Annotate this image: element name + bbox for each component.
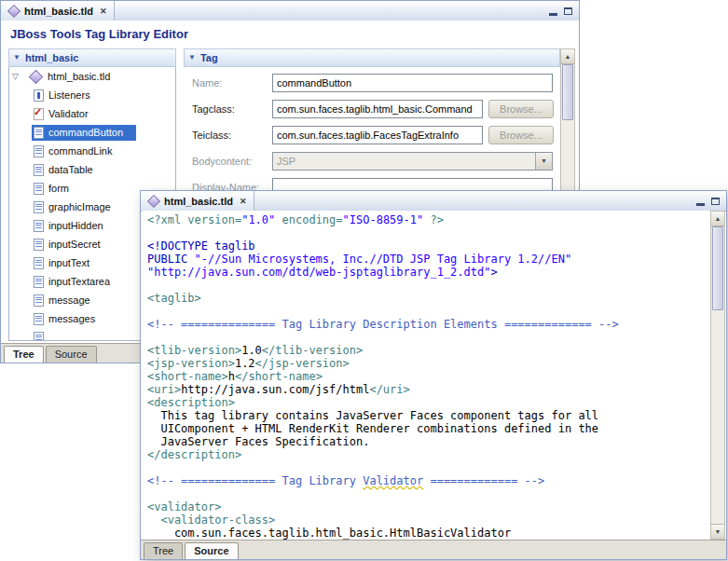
- close-icon[interactable]: ✕: [240, 197, 247, 206]
- minimize-icon[interactable]: [696, 203, 705, 206]
- tab-tree[interactable]: Tree: [144, 542, 183, 559]
- tag-file-icon: [34, 220, 44, 232]
- editor-tab[interactable]: html_basic.tld ✕: [1, 1, 115, 21]
- code-line: PUBLIC "-//Sun Microsystems, Inc.//DTD J…: [147, 253, 711, 266]
- name-field[interactable]: [272, 74, 553, 92]
- tld-file-icon: [7, 4, 21, 17]
- tag-file-icon: [34, 294, 44, 307]
- tab-source[interactable]: Source: [185, 542, 238, 559]
- source-editor-window: html_basic.tld ✕ <?xml version="1.0" enc…: [140, 190, 727, 560]
- code-line: <taglib>: [147, 292, 711, 305]
- tree-item-root[interactable]: ▽ html_basic.tld: [9, 67, 175, 86]
- tag-section-title: Tag: [200, 52, 218, 63]
- scroll-down-icon[interactable]: ▼: [711, 524, 724, 539]
- tree-item-label: graphicImage: [48, 201, 111, 212]
- source-code-editor[interactable]: <?xml version="1.0" encoding="ISO-8859-1…: [142, 211, 711, 540]
- tag-file-icon: [34, 127, 44, 139]
- code-line: <!DOCTYPE taglib: [147, 239, 711, 253]
- code-line: <jsp-version>1.2</jsp-version>: [147, 357, 711, 370]
- teiclass-label: Teiclass:: [192, 130, 270, 141]
- code-line: <!-- ============== Tag Library Validato…: [147, 474, 711, 487]
- tld-file-icon: [29, 70, 44, 85]
- tree-item-Validator[interactable]: Validator: [9, 104, 175, 123]
- tree-item-label: Validator: [48, 108, 89, 119]
- code-line: This tag library contains JavaServer Fac…: [147, 409, 711, 422]
- code-line: [147, 305, 711, 318]
- code-line: <validator-class>: [147, 513, 711, 527]
- tree-item-label: dataTable: [48, 164, 93, 175]
- tag-file-icon: [34, 257, 44, 269]
- code-line: <validator>: [147, 500, 711, 513]
- code-line: UIComponent + HTML RenderKit Renderer co…: [147, 422, 711, 435]
- close-icon[interactable]: ✕: [100, 7, 107, 16]
- code-line: [147, 331, 711, 344]
- tab-source[interactable]: Source: [46, 346, 97, 363]
- tree-section-header: ▼ html_basic: [8, 48, 176, 67]
- scrollbar-thumb[interactable]: [712, 226, 723, 310]
- editor-tab-title: html_basic.tld: [164, 196, 233, 207]
- tree-item-label: commandLink: [48, 145, 112, 157]
- name-label: Name:: [192, 77, 270, 89]
- tag-file-icon: [34, 183, 44, 195]
- tree-item-label: html_basic.tld: [48, 71, 110, 82]
- scroll-up-icon[interactable]: ▲: [561, 49, 574, 64]
- maximize-icon[interactable]: [564, 7, 572, 15]
- tld-file-icon: [147, 194, 160, 207]
- code-line: "http://java.sun.com/dtd/web-jsptaglibra…: [147, 266, 711, 279]
- code-line: [147, 461, 711, 474]
- code-line: <description>: [147, 396, 711, 409]
- tree-section-title: html_basic: [25, 52, 78, 63]
- tag-file-icon: [34, 276, 44, 288]
- code-line: JavaServer Faces Specification.: [147, 435, 711, 448]
- code-line: <tlib-version>1.0</tlib-version>: [147, 344, 711, 357]
- tag-file-icon: [34, 332, 44, 342]
- bodycontent-select[interactable]: JSP ▼: [272, 152, 553, 171]
- teiclass-field[interactable]: [272, 126, 483, 144]
- tagclass-label: Tagclass:: [192, 103, 270, 115]
- source-scrollbar[interactable]: ▲ ▼: [710, 211, 725, 540]
- front-bottom-tabs: Tree Source: [141, 540, 726, 559]
- code-line: [147, 226, 711, 239]
- listener-icon: [34, 89, 44, 102]
- chevron-down-icon[interactable]: ▼: [188, 54, 196, 62]
- tagclass-browse-button[interactable]: Browse...: [488, 100, 554, 118]
- editor-tabbar: html_basic.tld ✕: [1, 1, 579, 21]
- editor-tab-title: html_basic.tld: [24, 6, 93, 17]
- tag-file-icon: [34, 313, 44, 325]
- tab-tree[interactable]: Tree: [4, 346, 44, 363]
- tree-item-commandLink[interactable]: commandLink: [9, 142, 175, 160]
- tree-item-label: messages: [48, 313, 95, 324]
- code-line: [147, 279, 711, 292]
- tag-file-icon: [34, 164, 44, 176]
- expander-icon[interactable]: ▽: [12, 72, 26, 81]
- minimize-icon[interactable]: [549, 13, 557, 16]
- editor-tabbar: html_basic.tld ✕: [141, 191, 726, 212]
- tree-item-label: inputSecret: [48, 239, 101, 250]
- editor-tab[interactable]: html_basic.tld ✕: [141, 191, 254, 211]
- chevron-down-icon[interactable]: ▼: [535, 153, 552, 170]
- tagclass-field[interactable]: [272, 100, 483, 118]
- tree-item-Listeners[interactable]: Listeners: [9, 86, 175, 104]
- tree-item-label: inputTextarea: [48, 276, 110, 287]
- tree-item-dataTable[interactable]: dataTable: [9, 160, 175, 179]
- tag-file-icon: [34, 239, 44, 251]
- tree-item-commandButton[interactable]: commandButton: [9, 123, 175, 142]
- tree-item-label: inputText: [48, 257, 89, 268]
- code-line: com.sun.faces.taglib.html_basic.HtmlBasi…: [147, 527, 711, 540]
- scrollbar-thumb[interactable]: [562, 64, 573, 120]
- teiclass-browse-button[interactable]: Browse...: [488, 126, 554, 144]
- validator-icon: [34, 108, 44, 120]
- window-buttons: [696, 191, 726, 211]
- maximize-icon[interactable]: [711, 198, 720, 205]
- scroll-up-icon[interactable]: ▲: [711, 212, 724, 226]
- code-line: <uri>http://java.sun.com/jsf/html</uri>: [147, 383, 711, 396]
- bodycontent-value: JSP: [273, 156, 535, 167]
- chevron-down-icon[interactable]: ▼: [13, 54, 21, 62]
- tag-section-header: ▼ Tag: [184, 48, 560, 67]
- tree-item-label: Listeners: [48, 89, 90, 101]
- code-line: [147, 487, 711, 500]
- tree-item-label: message: [48, 294, 90, 306]
- code-line: <?xml version="1.0" encoding="ISO-8859-1…: [147, 213, 711, 226]
- tag-file-icon: [34, 145, 44, 157]
- code-line: </description>: [147, 448, 711, 461]
